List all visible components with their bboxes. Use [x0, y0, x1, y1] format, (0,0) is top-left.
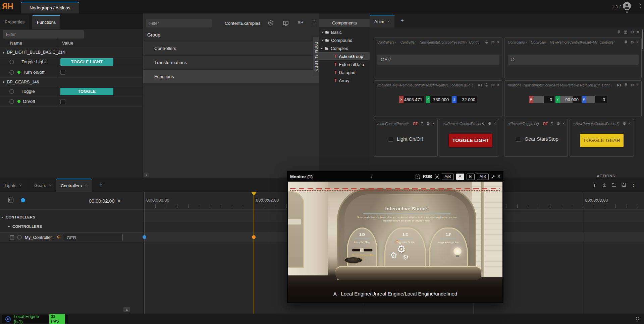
form-builder-vertical-tab[interactable]: FORM BUILDER: [313, 37, 319, 76]
pitch-field[interactable]: P0: [582, 96, 607, 103]
close-icon[interactable]: ×: [497, 83, 499, 87]
close-icon[interactable]: ×: [432, 121, 435, 126]
collapse-left-icon[interactable]: ‹: [144, 173, 149, 177]
close-icon[interactable]: ×: [497, 174, 500, 180]
group-row-gears[interactable]: ▾ BP_GEARS_146: [0, 78, 143, 86]
toggle-light-action-button[interactable]: TOGGLE LIGHT: [449, 134, 492, 147]
pin-icon[interactable]: [616, 122, 620, 126]
gear-icon[interactable]: ⚙: [630, 40, 634, 45]
turn-onoff-checkbox[interactable]: [60, 70, 65, 75]
gear-icon[interactable]: ⚙: [426, 121, 430, 126]
toggle-light-button[interactable]: TOGGLE LIGHT: [60, 58, 113, 66]
light-onoff-checkbox[interactable]: [388, 137, 393, 142]
monitor-window[interactable]: Monitor (1) ‹ RGB A/B A B AIB ↗ × Intera…: [287, 171, 503, 303]
tab-functions[interactable]: Functions: [32, 15, 60, 29]
undo-icon[interactable]: [57, 235, 61, 239]
playhead-line[interactable]: [254, 192, 254, 314]
controller-text-input[interactable]: [508, 55, 639, 65]
z-field[interactable]: Z32.000: [452, 96, 477, 103]
add-tab-icon[interactable]: +: [400, 17, 404, 24]
pin-icon[interactable]: [485, 83, 489, 87]
toggle-gear-action-button[interactable]: TOGGLE GEAR: [580, 134, 624, 147]
controller-value-input[interactable]: [64, 234, 123, 241]
topbar-menu-icon[interactable]: ⋮: [638, 3, 643, 9]
radio-icon[interactable]: [9, 60, 14, 64]
close-icon[interactable]: ×: [629, 121, 631, 126]
download-icon[interactable]: [602, 182, 607, 187]
history-icon[interactable]: [268, 20, 274, 26]
add-tab-icon[interactable]: +: [99, 181, 103, 188]
close-icon[interactable]: ×: [637, 29, 639, 35]
engine-status-pill[interactable]: u Local Engine (5.1) 23 FPS: [2, 315, 68, 323]
pin-icon[interactable]: [624, 83, 628, 87]
group-row-light-bulb[interactable]: ▾ BP_LIGHT_BULB_BASIC_214: [0, 48, 143, 57]
radio-icon[interactable]: [9, 99, 14, 104]
resize-grip-icon[interactable]: [636, 317, 637, 318]
y-field[interactable]: Y-730.000: [426, 96, 451, 103]
monitor-titlebar[interactable]: Monitor (1) ‹ RGB A/B A B AIB ↗ ×: [287, 172, 503, 182]
components-folder-compound[interactable]: › Compound: [319, 36, 370, 44]
x-field[interactable]: X4803.471: [399, 96, 424, 103]
group-filter-input[interactable]: [146, 19, 212, 27]
playhead-marker[interactable]: [251, 192, 257, 196]
components-item-array[interactable]: T Array: [319, 76, 370, 84]
ab-compare-button[interactable]: A/B: [442, 174, 453, 180]
components-folder-complex[interactable]: ▾ Complex: [319, 44, 370, 52]
gear-icon[interactable]: ⚙: [488, 121, 491, 126]
gear-icon[interactable]: ⚙: [630, 83, 634, 87]
play-preview-icon[interactable]: [283, 20, 289, 26]
tab-nodegraph-actions[interactable]: Nodegraph / Actions: [21, 2, 79, 13]
radio-icon[interactable]: [17, 235, 22, 240]
tab-anim[interactable]: Anim×: [370, 15, 394, 27]
pin-icon[interactable]: [481, 122, 485, 126]
tab-lights[interactable]: Lights×: [0, 179, 26, 192]
close-icon[interactable]: ×: [636, 40, 639, 45]
components-item-datagrid[interactable]: T Datagrid: [319, 68, 370, 76]
rgb-mode-label[interactable]: RGB: [423, 174, 432, 179]
anim-scrollbar[interactable]: [642, 29, 643, 49]
group-item-functions[interactable]: Functions: [143, 70, 319, 84]
pin-icon[interactable]: [420, 122, 424, 126]
fit-view-icon[interactable]: [415, 174, 420, 179]
chevron-left-icon[interactable]: ‹: [371, 174, 372, 179]
tab-properties[interactable]: Properties: [0, 15, 29, 29]
components-folder-basic[interactable]: › Basic: [319, 28, 370, 36]
form-preview-icon[interactable]: ≡P: [298, 20, 304, 25]
sequence-form-icon[interactable]: [8, 197, 14, 203]
gear-icon[interactable]: ⚙: [556, 121, 560, 126]
close-icon[interactable]: ×: [85, 183, 87, 188]
b-view-button[interactable]: B: [467, 174, 475, 180]
play-icon[interactable]: ▶: [118, 198, 121, 203]
gear-icon[interactable]: ⚙: [491, 83, 495, 87]
pin-icon[interactable]: [550, 122, 554, 126]
keyframe-orange[interactable]: [252, 235, 256, 239]
close-icon[interactable]: ×: [497, 40, 499, 45]
folder-icon[interactable]: [611, 182, 616, 187]
tree-root-controllers[interactable]: ▾ CONTROLLERS: [1, 215, 35, 219]
close-icon[interactable]: ×: [387, 19, 390, 24]
tab-controllers[interactable]: Controllers×: [56, 179, 92, 192]
popout-icon[interactable]: ↗: [491, 174, 495, 179]
functions-filter-input[interactable]: [3, 30, 84, 39]
collapse-tree-icon[interactable]: «: [123, 307, 130, 312]
keyframe-blue[interactable]: [143, 235, 146, 239]
components-item-externaldata[interactable]: T ExternalData: [319, 60, 370, 68]
radio-icon[interactable]: [9, 89, 14, 94]
gear-icon[interactable]: ⚙: [623, 121, 626, 126]
gear-startstop-checkbox[interactable]: [516, 137, 521, 142]
avatar[interactable]: a: [623, 2, 631, 13]
close-icon[interactable]: ×: [49, 183, 51, 188]
save-icon[interactable]: [621, 182, 626, 187]
pin-icon[interactable]: [485, 40, 489, 44]
roll-field[interactable]: R0: [529, 96, 554, 103]
a-view-button[interactable]: A: [456, 174, 464, 180]
close-icon[interactable]: ×: [562, 121, 565, 126]
gear-icon[interactable]: ⚙: [630, 29, 634, 35]
group-item-transformations[interactable]: Transformations: [143, 56, 319, 70]
pin-icon[interactable]: [617, 30, 621, 34]
tree-row-my-controller[interactable]: My_Controller: [0, 232, 143, 242]
focus-target-icon[interactable]: [434, 174, 439, 179]
record-indicator-dot[interactable]: [21, 198, 25, 202]
group-panel-menu-icon[interactable]: ⋮: [312, 19, 317, 25]
timeline-menu-icon[interactable]: ⋮: [631, 182, 636, 188]
